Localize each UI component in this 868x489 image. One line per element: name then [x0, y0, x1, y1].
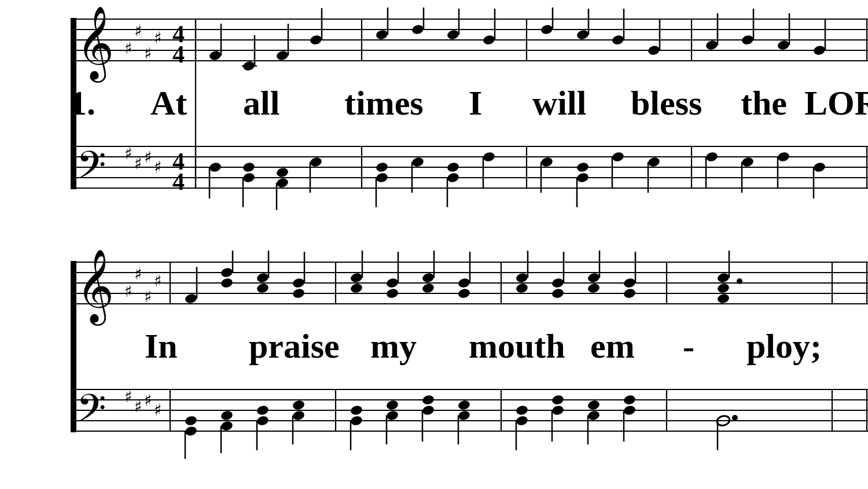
svg-point-142	[256, 272, 269, 284]
svg-point-103	[576, 172, 589, 183]
svg-text:ploy;: ploy;	[746, 327, 822, 365]
svg-point-49	[812, 45, 826, 56]
svg-point-174	[716, 293, 730, 304]
svg-text:At: At	[150, 84, 187, 122]
svg-text:♯: ♯	[154, 401, 162, 419]
svg-point-161	[515, 282, 528, 294]
svg-text:mouth: mouth	[469, 327, 565, 365]
svg-point-214	[350, 415, 363, 427]
svg-point-205	[220, 420, 233, 432]
svg-text:♯: ♯	[124, 145, 133, 163]
svg-rect-79	[71, 18, 76, 189]
svg-point-47	[777, 39, 790, 51]
svg-point-176	[737, 278, 742, 284]
svg-point-98	[482, 151, 495, 163]
svg-point-213	[350, 405, 363, 416]
svg-point-225	[515, 405, 528, 416]
svg-point-105	[611, 151, 624, 163]
svg-point-231	[587, 399, 600, 411]
svg-point-90	[375, 161, 388, 173]
svg-text:bless: bless	[631, 84, 702, 122]
svg-text:the: the	[741, 84, 787, 122]
svg-point-115	[812, 161, 826, 173]
svg-point-208	[256, 415, 269, 427]
svg-text:♯: ♯	[134, 265, 142, 283]
svg-text:times: times	[344, 84, 424, 122]
svg-text:♯: ♯	[154, 29, 162, 47]
svg-point-149	[350, 282, 363, 294]
system-2: 𝄞 ♯ ♯ ♯ ♯	[29, 245, 868, 488]
svg-point-152	[385, 288, 399, 299]
svg-point-23	[275, 50, 289, 61]
svg-text:𝄢: 𝄢	[76, 388, 106, 439]
svg-point-229	[551, 405, 564, 416]
svg-point-211	[292, 410, 305, 421]
svg-point-157	[457, 277, 470, 289]
svg-point-148	[350, 272, 363, 284]
svg-point-88	[309, 156, 322, 168]
svg-point-201	[184, 415, 197, 427]
svg-text:♯: ♯	[144, 45, 152, 62]
svg-point-151	[385, 277, 399, 289]
svg-point-160	[515, 272, 528, 284]
svg-text:𝄞: 𝄞	[76, 250, 114, 326]
svg-point-18	[208, 50, 222, 61]
svg-point-166	[587, 272, 600, 284]
svg-point-154	[421, 272, 435, 284]
svg-point-217	[385, 410, 399, 421]
svg-point-27	[375, 29, 388, 41]
svg-point-234	[623, 394, 636, 406]
svg-point-146	[292, 288, 305, 299]
svg-text:♯: ♯	[124, 388, 133, 406]
svg-point-232	[587, 410, 600, 421]
svg-point-113	[777, 151, 790, 163]
svg-point-167	[587, 282, 600, 294]
svg-point-86	[275, 177, 289, 189]
svg-point-83	[242, 161, 255, 173]
svg-point-91	[375, 172, 388, 183]
svg-point-95	[446, 161, 459, 173]
sheet-music: 𝄞 ♯ ♯ ♯ ♯ 4 4	[12, 0, 856, 489]
svg-text:♯: ♯	[154, 272, 162, 290]
svg-text:♯: ♯	[144, 148, 152, 166]
svg-point-239	[732, 415, 738, 421]
svg-point-82	[242, 172, 255, 183]
svg-point-45	[741, 34, 754, 46]
svg-point-29	[411, 24, 424, 35]
svg-text:♯: ♯	[134, 398, 142, 416]
svg-point-155	[421, 282, 435, 294]
svg-text:𝄞: 𝄞	[76, 7, 114, 83]
svg-text:In: In	[145, 327, 178, 365]
svg-text:♯: ♯	[134, 155, 142, 172]
svg-point-109	[705, 151, 718, 163]
svg-point-226	[515, 415, 528, 427]
svg-text:I: I	[469, 84, 482, 122]
svg-text:♯: ♯	[134, 22, 142, 40]
svg-point-170	[623, 288, 636, 299]
svg-point-80	[208, 161, 222, 173]
svg-point-39	[611, 34, 624, 46]
svg-point-169	[623, 277, 636, 289]
svg-point-93	[411, 156, 424, 168]
svg-point-202	[184, 425, 197, 437]
svg-text:praise: praise	[249, 327, 340, 365]
svg-point-96	[446, 172, 459, 183]
svg-point-111	[741, 156, 754, 168]
svg-text:-: -	[683, 327, 694, 365]
svg-point-172	[716, 272, 730, 284]
svg-point-220	[421, 405, 435, 416]
svg-point-158	[457, 288, 470, 299]
svg-point-140	[220, 267, 233, 278]
svg-point-43	[705, 39, 718, 51]
svg-point-216	[385, 399, 399, 411]
svg-text:all: all	[243, 84, 279, 122]
svg-text:my: my	[370, 327, 417, 365]
svg-point-222	[457, 399, 470, 411]
svg-point-235	[623, 405, 636, 416]
svg-text:♯: ♯	[144, 391, 152, 409]
svg-point-107	[647, 156, 660, 168]
svg-point-145	[292, 277, 305, 289]
svg-text:will: will	[532, 84, 586, 122]
svg-point-228	[551, 394, 564, 406]
svg-point-100	[540, 156, 553, 168]
